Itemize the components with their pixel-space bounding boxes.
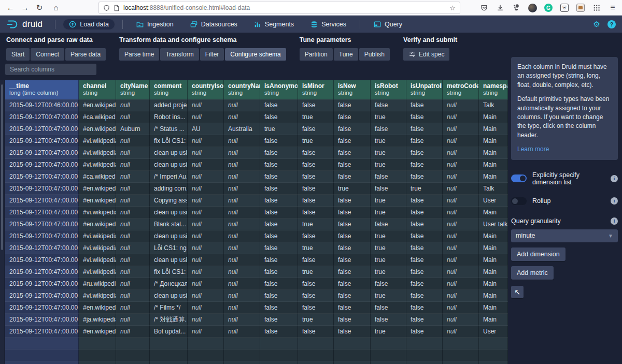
forward-icon[interactable]: →: [18, 1, 32, 14]
info-icon[interactable]: i: [611, 217, 618, 225]
table-cell: false: [334, 171, 371, 183]
table-scrollbar[interactable]: [0, 80, 4, 364]
step-parse-data[interactable]: Parse data: [65, 48, 106, 61]
column-header-cityName[interactable]: cityNamestring: [116, 80, 150, 99]
page-info-icon[interactable]: [114, 5, 120, 11]
table-cell: null: [443, 278, 479, 290]
apps-grid-icon[interactable]: [590, 2, 603, 14]
toggle-rollup[interactable]: [511, 197, 527, 205]
column-header-namespace[interactable]: namespacestring: [479, 80, 508, 99]
column-header-time[interactable]: __timelong (time column): [5, 80, 79, 99]
step-configure-schema[interactable]: Configure schema: [225, 48, 286, 61]
gnome-icon[interactable]: [510, 2, 522, 14]
table-row: 2015-09-12T00:47:00.000Z#en.wikipediaAub…: [5, 123, 508, 135]
menu-icon[interactable]: ≡: [606, 2, 619, 14]
shield-ext-icon[interactable]: ⛨: [558, 2, 571, 14]
column-header-isUnpatrolled[interactable]: isUnpatrolledstring: [406, 80, 443, 99]
table-cell: true: [298, 314, 334, 326]
table-cell: null: [443, 123, 479, 135]
table-cell: 2015-09-12T00:47:00.000Z: [5, 230, 79, 242]
query-granularity-label: Query granularity: [511, 217, 611, 225]
table-cell: Main: [479, 159, 508, 171]
refresh-icon[interactable]: ↻: [32, 1, 47, 14]
table-cell: false: [371, 171, 406, 183]
load-data-icon: [69, 21, 76, 28]
table-cell: false: [406, 302, 443, 314]
search-input[interactable]: [5, 64, 96, 75]
step-publish[interactable]: Publish: [359, 48, 390, 61]
table-cell: false: [260, 302, 298, 314]
tracking-shield-icon[interactable]: [103, 5, 110, 11]
table-cell: [479, 361, 508, 364]
nav-item-load-data[interactable]: Load data: [63, 19, 115, 30]
column-header-channel[interactable]: channelstring: [79, 80, 116, 99]
settings-gear-icon[interactable]: ⚙: [593, 20, 600, 29]
table-cell: /* 対戦通算...: [150, 314, 188, 326]
grammarly-icon[interactable]: G: [542, 2, 555, 14]
column-header-countryName[interactable]: countryNamestring: [224, 80, 260, 99]
nav-item-ingestion[interactable]: Ingestion: [130, 19, 180, 30]
screenshot-ext-icon[interactable]: [574, 2, 587, 14]
home-icon[interactable]: ⌂: [49, 1, 63, 14]
table-cell: null: [116, 254, 150, 266]
table-cell: null: [224, 135, 260, 147]
learn-more-link[interactable]: Learn more: [517, 145, 549, 153]
table-cell: false: [298, 99, 334, 111]
step-start[interactable]: Start: [6, 48, 30, 61]
help-icon[interactable]: ?: [607, 20, 616, 28]
toggle-explicitly-specify-dimension-list[interactable]: [511, 174, 527, 182]
column-header-isNew[interactable]: isNewstring: [334, 80, 371, 99]
table-cell: false: [334, 230, 371, 242]
table-cell: [5, 350, 79, 361]
step-partition[interactable]: Partition: [300, 48, 333, 61]
bookmark-star-icon[interactable]: ☆: [449, 4, 456, 12]
download-icon[interactable]: [494, 2, 506, 14]
scrollbar-thumb[interactable]: [1, 84, 3, 250]
table-row: 2015-09-12T00:47:00.000Z#ca.wikipedianul…: [5, 111, 508, 123]
step-edit-spec[interactable]: Edit spec: [403, 48, 449, 61]
table-cell: false: [298, 159, 334, 171]
table-cell: null: [116, 314, 150, 326]
table-cell: [334, 350, 371, 361]
column-header-countryIsoCoc[interactable]: countryIsoCocstring: [188, 80, 224, 99]
previous-step-button[interactable]: ↖: [511, 286, 524, 298]
nav-item-query[interactable]: Query: [367, 19, 408, 30]
table-cell: false: [406, 242, 443, 254]
back-icon[interactable]: ←: [3, 1, 18, 14]
info-icon[interactable]: i: [611, 197, 618, 205]
info-icon[interactable]: i: [611, 175, 618, 182]
nav-item-segments[interactable]: Segments: [248, 19, 300, 30]
table-cell: Main: [479, 123, 508, 135]
table-cell: null: [443, 171, 479, 183]
table-cell: false: [406, 111, 443, 123]
column-header-metroCode[interactable]: metroCodestring: [443, 80, 479, 99]
table-cell: added project: [150, 99, 188, 111]
table-cell: clean up usi...: [150, 254, 188, 266]
nav-item-services[interactable]: Services: [304, 19, 352, 30]
table-cell: [298, 338, 334, 350]
query-granularity-select[interactable]: minute ▼: [511, 229, 618, 242]
table-cell: false: [406, 326, 443, 338]
column-header-isAnonymous[interactable]: isAnonymousstring: [260, 80, 298, 99]
pocket-icon[interactable]: [478, 2, 490, 14]
nav-item-datasources[interactable]: Datasources: [184, 19, 244, 30]
url-bar[interactable]: localhost:8888/unified-console.html#load…: [98, 2, 460, 14]
url-text[interactable]: localhost:8888/unified-console.html#load…: [123, 4, 446, 11]
add-metric-button[interactable]: Add metric: [511, 266, 554, 280]
add-dimension-button[interactable]: Add dimension: [511, 247, 566, 261]
column-header-isMinor[interactable]: isMinorstring: [298, 80, 334, 99]
step-filter[interactable]: Filter: [200, 48, 224, 61]
step-parse-time[interactable]: Parse time: [119, 48, 159, 61]
druid-logo[interactable]: druid: [0, 19, 50, 30]
column-header-isRobot[interactable]: isRobotstring: [371, 80, 406, 99]
step-transform[interactable]: Transform: [160, 48, 199, 61]
avatar-icon[interactable]: [526, 2, 539, 14]
table-cell: #vi.wikipedia: [79, 254, 116, 266]
step-tune[interactable]: Tune: [334, 48, 358, 61]
step-connect[interactable]: Connect: [31, 48, 64, 61]
table-row: 2015-09-12T00:47:00.000Z#vi.wikipedianul…: [5, 266, 508, 278]
column-header-comment[interactable]: commentstring: [150, 80, 188, 99]
table-cell: 2015-09-12T00:47:00.000Z: [5, 171, 79, 183]
browser-toolbar: ←→↻⌂ localhost:8888/unified-console.html…: [0, 0, 622, 16]
table-cell: false: [260, 326, 298, 338]
